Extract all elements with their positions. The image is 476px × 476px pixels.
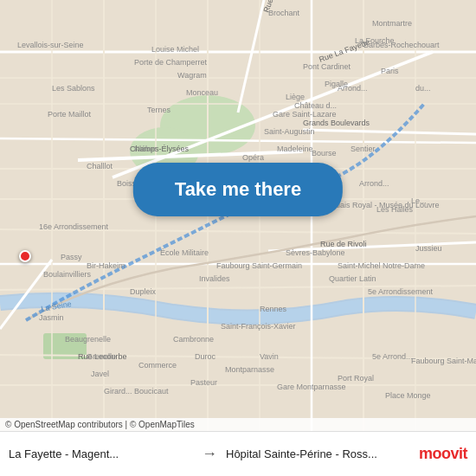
svg-text:Dupleix: Dupleix — [130, 287, 157, 296]
svg-text:Boulainvilliers: Boulainvilliers — [43, 270, 92, 279]
svg-text:Madeleine: Madeleine — [277, 145, 313, 153]
svg-text:Vavin: Vavin — [260, 352, 279, 361]
svg-text:Gare Montparnasse: Gare Montparnasse — [277, 383, 346, 391]
moovit-logo: moovit — [419, 445, 467, 463]
svg-text:Saint-François-Xavier: Saint-François-Xavier — [221, 322, 296, 331]
svg-text:Grenelle: Grenelle — [87, 352, 116, 361]
svg-text:Pigalle: Pigalle — [325, 80, 348, 88]
svg-text:Invalides: Invalides — [199, 274, 230, 283]
svg-text:Commerce: Commerce — [138, 361, 177, 370]
svg-text:Faubourg Saint-Germain: Faubourg Saint-Germain — [216, 261, 302, 270]
svg-text:Javel: Javel — [91, 370, 109, 378]
to-station: Hôpital Sainte-Périne - Ross... — [226, 447, 410, 460]
svg-text:Girard...: Girard... — [104, 387, 132, 396]
svg-text:Les Sablons: Les Sablons — [52, 84, 95, 93]
svg-text:Sentier: Sentier — [351, 145, 376, 153]
svg-text:Arrond...: Arrond... — [359, 179, 389, 188]
svg-text:Faubourg Saint-Marceau: Faubourg Saint-Marceau — [411, 357, 476, 365]
svg-text:Château d...: Château d... — [294, 101, 337, 110]
svg-text:Porte Maillot: Porte Maillot — [48, 110, 92, 119]
svg-text:Louise Michel: Louise Michel — [151, 45, 199, 54]
svg-text:Brochant: Brochant — [268, 9, 300, 17]
arrow-icon: → — [202, 445, 217, 463]
svg-text:Montparnasse: Montparnasse — [225, 365, 274, 374]
svg-text:Rennes: Rennes — [260, 305, 287, 313]
svg-text:Opéra: Opéra — [242, 153, 264, 162]
svg-text:Pasteur: Pasteur — [190, 378, 217, 387]
svg-text:5e Arrond...: 5e Arrond... — [372, 352, 413, 361]
moovit-logo-text: moovit — [419, 445, 467, 463]
bottom-bar: La Fayette - Magent... → Hôpital Sainte-… — [0, 431, 476, 476]
svg-text:Boucicaut: Boucicaut — [134, 387, 169, 396]
svg-text:Place Monge: Place Monge — [385, 391, 431, 400]
svg-text:Cambronne: Cambronne — [173, 335, 214, 344]
map-container: Rue de Rome Rue La Fayette Champs-Élysée… — [0, 0, 476, 431]
svg-text:Liège: Liège — [286, 93, 305, 101]
svg-text:Duroc: Duroc — [195, 352, 216, 361]
svg-text:Grands Boulevards: Grands Boulevards — [303, 119, 370, 127]
svg-text:du...: du... — [415, 84, 431, 93]
svg-text:Quartier Latin: Quartier Latin — [329, 274, 376, 283]
svg-text:Jasmin: Jasmin — [39, 313, 64, 322]
svg-text:Kléber: Kléber — [134, 145, 157, 153]
svg-text:Paris: Paris — [381, 67, 399, 75]
svg-text:Pont Cardinet: Pont Cardinet — [303, 62, 351, 71]
svg-text:Rue de Rivoli: Rue de Rivoli — [320, 240, 367, 248]
svg-text:Port Royal: Port Royal — [338, 374, 374, 383]
svg-text:Wagram: Wagram — [177, 71, 207, 80]
svg-text:Passy: Passy — [61, 253, 82, 261]
svg-text:Levallois-sur-Seine: Levallois-sur-Seine — [17, 41, 84, 49]
svg-text:Bir-Hakeim: Bir-Hakeim — [87, 261, 125, 270]
svg-text:Gare Saint-Lazare: Gare Saint-Lazare — [273, 110, 337, 119]
svg-text:Bourse: Bourse — [312, 149, 337, 158]
svg-text:Saint-Michel Notre-Dame: Saint-Michel Notre-Dame — [338, 261, 425, 270]
svg-text:Jussieu: Jussieu — [415, 244, 442, 253]
map-attribution: © OpenStreetMap contributors | © OpenMap… — [0, 418, 476, 431]
svg-text:La Fourche: La Fourche — [355, 36, 395, 45]
svg-text:Sèvres-Babylone: Sèvres-Babylone — [286, 248, 345, 257]
from-station: La Fayette - Magent... — [9, 447, 193, 460]
svg-text:Beaugrenelle: Beaugrenelle — [65, 335, 111, 344]
svg-text:Monceau: Monceau — [186, 88, 218, 97]
svg-text:Montmartre: Montmartre — [372, 19, 412, 28]
svg-text:Ternes: Ternes — [147, 106, 171, 114]
app: Rue de Rome Rue La Fayette Champs-Élysée… — [0, 0, 476, 476]
origin-marker — [19, 250, 31, 262]
svg-text:5e Arrondissement: 5e Arrondissement — [368, 287, 434, 296]
svg-text:Palais Royal - Musée du Louvre: Palais Royal - Musée du Louvre — [329, 201, 440, 209]
svg-text:Porte de Champerret: Porte de Champerret — [134, 58, 208, 67]
svg-text:Saint-Augustin: Saint-Augustin — [264, 127, 315, 136]
take-me-there-button[interactable]: Take me there — [133, 163, 343, 216]
svg-text:Challlot: Challlot — [87, 162, 113, 170]
svg-text:École Militaire: École Militaire — [160, 248, 209, 257]
svg-text:16e Arrondissement: 16e Arrondissement — [39, 222, 109, 231]
